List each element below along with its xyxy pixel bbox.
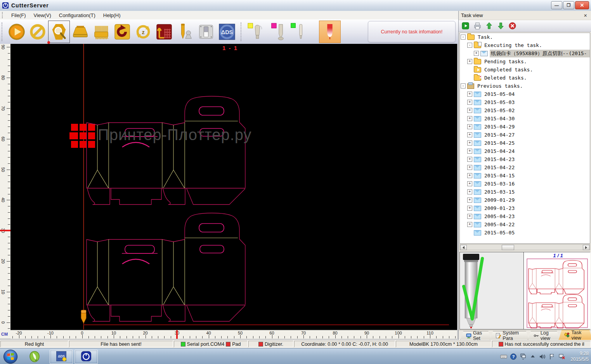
show-hidden-icons[interactable]: [529, 353, 536, 360]
tool-magenta-button[interactable]: [267, 21, 288, 43]
tab-task-view[interactable]: Task view: [558, 330, 591, 340]
menu-item-configuration[interactable]: Configuration(T): [55, 12, 99, 19]
tree-expander[interactable]: +: [467, 149, 472, 154]
tab-system-para[interactable]: System Para: [490, 331, 529, 340]
zoom-button[interactable]: [48, 21, 70, 43]
cut-canvas[interactable]: Принтер-Плоттер.ру: [10, 44, 457, 330]
scroll-right-icon[interactable]: [583, 245, 589, 250]
start-cut-button[interactable]: [6, 21, 27, 43]
tree-item[interactable]: +2015-04-25: [460, 139, 590, 147]
power-switch-button[interactable]: [196, 21, 217, 43]
grid-move-button[interactable]: [154, 21, 175, 43]
flag-icon[interactable]: [549, 353, 556, 360]
bag-dieline-top[interactable]: [87, 96, 245, 205]
tree-expander[interactable]: +: [467, 92, 472, 97]
tree-item[interactable]: +2005-04-23: [460, 212, 590, 220]
tree-item[interactable]: +2009-01-23: [460, 204, 590, 212]
tree-expander[interactable]: -: [467, 43, 472, 48]
tree-expander[interactable]: +: [467, 59, 472, 64]
tree-expander[interactable]: +: [467, 165, 472, 170]
menu-item-file[interactable]: File(F): [7, 12, 30, 19]
tree-item[interactable]: +2015-04-23: [460, 155, 590, 163]
panel-close-icon[interactable]: ✕: [582, 12, 589, 19]
tree-item[interactable]: +2015-04-15: [460, 172, 590, 180]
tree-expander[interactable]: +: [467, 140, 472, 146]
tree-expander[interactable]: +: [467, 100, 472, 105]
plotter-button[interactable]: [70, 21, 91, 43]
move-up-button[interactable]: [484, 21, 494, 31]
tree-item[interactable]: +2015-04-30: [460, 114, 590, 123]
tree-item[interactable]: 2015-05-05: [460, 229, 590, 237]
tool-active-button[interactable]: [319, 21, 341, 43]
tool-yellow-button[interactable]: [246, 21, 267, 43]
print-button[interactable]: [473, 21, 482, 31]
tree-item[interactable]: -Task.: [460, 33, 590, 41]
tree-expander[interactable]: +: [467, 108, 472, 113]
tree-item[interactable]: +2015-04-24: [460, 147, 590, 155]
tree-expander[interactable]: +: [467, 222, 472, 227]
tree-item[interactable]: +2015-04-29: [460, 123, 590, 131]
tree-item[interactable]: -Previous tasks.: [460, 82, 590, 90]
tool-green-button[interactable]: [288, 21, 309, 43]
tree-expander[interactable]: +: [467, 116, 472, 121]
ads-app-button[interactable]: ΔDS: [50, 350, 73, 364]
tree-item[interactable]: +2015-03-15: [460, 188, 590, 196]
tree-expander[interactable]: +: [467, 157, 472, 162]
tree-expander[interactable]: +: [467, 198, 472, 203]
tree-expander[interactable]: +: [467, 189, 472, 194]
tree-item[interactable]: +2005-04-22: [460, 220, 590, 229]
scroll-thumb[interactable]: [502, 245, 514, 250]
tree-expander[interactable]: +: [467, 173, 472, 178]
network-error-icon[interactable]: [558, 353, 565, 360]
cancel-button[interactable]: [508, 21, 517, 31]
start-button[interactable]: [3, 349, 18, 364]
tree-item[interactable]: Completed tasks.: [460, 66, 590, 74]
minimize-button[interactable]: —: [551, 1, 562, 9]
tree-item[interactable]: +2009-01-29: [460, 196, 590, 204]
tree-item[interactable]: +纸袋白卡（595X889）原点切割--(2015-: [460, 49, 590, 57]
start-task-button[interactable]: [461, 21, 470, 31]
help-icon[interactable]: ?: [510, 353, 517, 360]
restore-button[interactable]: ❐: [563, 1, 574, 9]
volume-icon[interactable]: [539, 353, 546, 360]
menu-item-view[interactable]: View(V): [30, 12, 55, 19]
close-button[interactable]: ✕: [575, 1, 589, 9]
tab-log-view[interactable]: Log view: [528, 331, 560, 340]
tree-item[interactable]: Deleted tasks.: [460, 74, 590, 82]
stop-button[interactable]: [27, 21, 48, 43]
tree-expander[interactable]: -: [461, 35, 466, 40]
rotate-z-button[interactable]: z: [133, 21, 154, 43]
window-stack-icon[interactable]: [520, 353, 527, 360]
tree-expander[interactable]: +: [474, 51, 479, 56]
comb-button[interactable]: [91, 21, 112, 43]
tree-expander[interactable]: +: [467, 124, 472, 129]
digitizer-pen-button[interactable]: [175, 21, 196, 43]
scroll-left-icon[interactable]: [460, 245, 467, 250]
ads-button[interactable]: ΔDS: [217, 21, 237, 43]
tree-expander[interactable]: +: [467, 214, 472, 219]
move-down-button[interactable]: [496, 21, 505, 31]
cutterserver-app-button[interactable]: [75, 350, 98, 364]
tree-item[interactable]: +2015-04-27: [460, 131, 590, 139]
tree-item[interactable]: +2015-05-03: [460, 98, 590, 106]
mail-icon: [474, 189, 481, 195]
tab-gas-set[interactable]: Gas Set: [460, 331, 491, 340]
keyboard-icon[interactable]: [500, 353, 507, 360]
tree-item[interactable]: -Executing the task.: [460, 41, 590, 49]
coreldraw-icon[interactable]: [29, 351, 40, 362]
tree-item-label: Previous tasks.: [476, 83, 524, 89]
tree-item[interactable]: +Pending tasks.: [460, 57, 590, 66]
turn-move-button[interactable]: [112, 21, 133, 43]
tree-expander[interactable]: -: [461, 83, 466, 88]
taskbar-clock[interactable]: 9:28 2015/5/5: [570, 351, 589, 362]
tree-expander[interactable]: +: [467, 132, 472, 137]
tree-expander[interactable]: +: [467, 181, 472, 186]
tree-item[interactable]: +2015-05-02: [460, 106, 590, 114]
tree-expander[interactable]: +: [467, 206, 472, 211]
menu-item-help[interactable]: Help(H): [99, 12, 125, 19]
tree-hscrollbar[interactable]: [459, 244, 590, 250]
bag-dieline-bottom[interactable]: [87, 213, 245, 321]
tree-item[interactable]: +2015-05-04: [460, 90, 590, 98]
tree-item[interactable]: +2015-03-16: [460, 180, 590, 188]
tree-item[interactable]: +2015-04-22: [460, 163, 590, 172]
